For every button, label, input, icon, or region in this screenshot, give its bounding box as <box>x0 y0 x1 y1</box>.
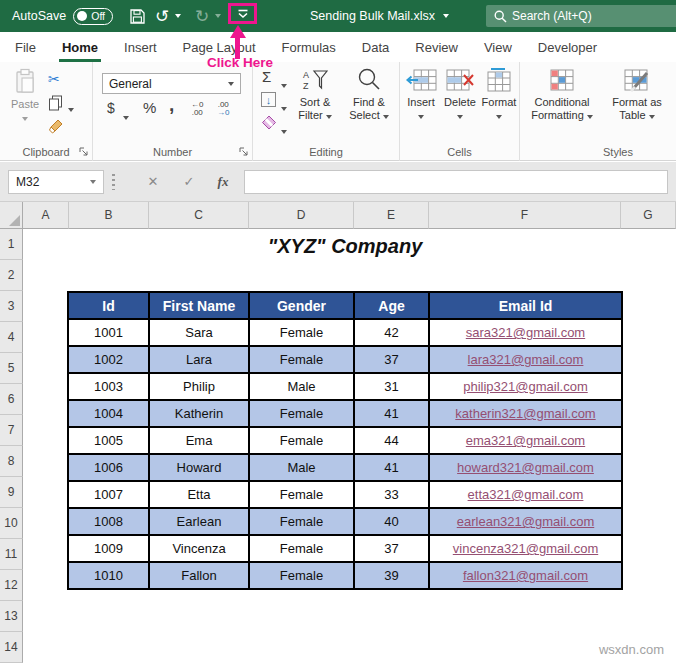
formula-input[interactable] <box>244 170 668 194</box>
column-header-f[interactable]: F <box>429 202 621 229</box>
table-cell[interactable]: Howard <box>149 454 249 481</box>
tab-insert[interactable]: Insert <box>111 32 170 62</box>
table-header-cell[interactable]: Gender <box>249 292 354 319</box>
table-cell[interactable]: Vincenza <box>149 535 249 562</box>
copy-button[interactable] <box>48 95 63 111</box>
table-cell[interactable]: lara321@gmail.com <box>429 346 622 373</box>
row-header-7[interactable]: 7 <box>0 415 23 446</box>
table-cell[interactable]: etta321@gmail.com <box>429 481 622 508</box>
email-link[interactable]: vincenza321@gmail.com <box>453 541 598 556</box>
tab-home[interactable]: Home <box>49 32 111 62</box>
conditional-formatting-button[interactable]: Conditional Formatting <box>524 68 600 122</box>
tab-developer[interactable]: Developer <box>525 32 610 62</box>
table-cell[interactable]: 1004 <box>68 400 149 427</box>
format-as-table-button[interactable]: Format as Table <box>604 68 670 122</box>
column-header-a[interactable]: A <box>23 202 69 229</box>
copy-dropdown[interactable] <box>68 101 74 114</box>
table-cell[interactable]: howard321@gmail.com <box>429 454 622 481</box>
fill-dropdown[interactable] <box>281 97 287 115</box>
table-cell[interactable]: Female <box>249 319 354 346</box>
table-cell[interactable]: 1006 <box>68 454 149 481</box>
email-link[interactable]: sara321@gmail.com <box>466 325 585 340</box>
table-cell[interactable]: 39 <box>354 562 429 589</box>
autosum-dropdown[interactable] <box>281 74 287 92</box>
redo-dropdown[interactable] <box>213 4 223 28</box>
table-cell[interactable]: Female <box>249 508 354 535</box>
table-header-cell[interactable]: Id <box>68 292 149 319</box>
table-cell[interactable]: 37 <box>354 535 429 562</box>
column-header-d[interactable]: D <box>249 202 354 229</box>
row-header-6[interactable]: 6 <box>0 384 23 415</box>
table-cell[interactable]: Female <box>249 400 354 427</box>
row-header-13[interactable]: 13 <box>0 601 23 632</box>
table-cell[interactable]: fallon321@gmail.com <box>429 562 622 589</box>
row-header-12[interactable]: 12 <box>0 570 23 601</box>
column-header-c[interactable]: C <box>149 202 249 229</box>
cut-button[interactable]: ✂ <box>48 72 60 86</box>
column-header-e[interactable]: E <box>354 202 429 229</box>
table-cell[interactable]: Female <box>249 562 354 589</box>
table-cell[interactable]: philip321@gmail.com <box>429 373 622 400</box>
table-cell[interactable]: 41 <box>354 454 429 481</box>
row-header-9[interactable]: 9 <box>0 477 23 508</box>
table-cell[interactable]: 1008 <box>68 508 149 535</box>
comma-style-button[interactable]: , <box>169 94 174 116</box>
decrease-decimal-button[interactable]: .00 →0 <box>217 101 229 117</box>
redo-button[interactable]: ↻ <box>192 4 212 28</box>
table-cell[interactable]: Female <box>249 427 354 454</box>
formula-bar-resize-handle[interactable] <box>112 174 115 190</box>
select-all-button[interactable] <box>0 202 23 229</box>
autosave-toggle[interactable]: AutoSave Off <box>12 0 113 32</box>
row-header-2[interactable]: 2 <box>0 260 23 291</box>
clear-dropdown[interactable] <box>281 120 287 138</box>
tab-file[interactable]: File <box>2 32 49 62</box>
table-cell[interactable]: 1005 <box>68 427 149 454</box>
table-cell[interactable]: 33 <box>354 481 429 508</box>
email-link[interactable]: howard321@gmail.com <box>457 460 594 475</box>
email-link[interactable]: katherin321@gmail.com <box>455 406 595 421</box>
table-cell[interactable]: 1010 <box>68 562 149 589</box>
email-link[interactable]: fallon321@gmail.com <box>463 568 588 583</box>
row-header-14[interactable]: 14 <box>0 632 23 663</box>
percent-style-button[interactable]: % <box>143 99 156 116</box>
row-header-3[interactable]: 3 <box>0 291 23 322</box>
find-select-button[interactable]: Find & Select <box>343 68 395 122</box>
table-header-cell[interactable]: Age <box>354 292 429 319</box>
row-header-8[interactable]: 8 <box>0 446 23 477</box>
email-link[interactable]: etta321@gmail.com <box>468 487 584 502</box>
undo-button[interactable]: ↺ <box>152 4 172 28</box>
table-cell[interactable]: 31 <box>354 373 429 400</box>
clipboard-dialog-launcher[interactable] <box>79 147 88 156</box>
sheet-canvas[interactable]: "XYZ" Company IdFirst NameGenderAgeEmail… <box>23 229 676 667</box>
undo-dropdown[interactable] <box>173 4 183 28</box>
email-link[interactable]: philip321@gmail.com <box>463 379 587 394</box>
table-cell[interactable]: katherin321@gmail.com <box>429 400 622 427</box>
row-header-1[interactable]: 1 <box>0 229 23 260</box>
table-header-cell[interactable]: Email Id <box>429 292 622 319</box>
table-cell[interactable]: 41 <box>354 400 429 427</box>
row-header-11[interactable]: 11 <box>0 539 23 570</box>
table-cell[interactable]: Sara <box>149 319 249 346</box>
enter-button[interactable]: ✓ <box>178 170 200 194</box>
table-cell[interactable]: Katherin <box>149 400 249 427</box>
table-header-cell[interactable]: First Name <box>149 292 249 319</box>
search-box[interactable]: Search (Alt+Q) <box>486 5 676 27</box>
table-cell[interactable]: earlean321@gmail.com <box>429 508 622 535</box>
insert-function-button[interactable]: fx <box>212 170 234 194</box>
table-cell[interactable]: Female <box>249 481 354 508</box>
number-dialog-launcher[interactable] <box>239 147 248 156</box>
format-cells-button[interactable]: Format <box>480 68 518 121</box>
table-cell[interactable]: 42 <box>354 319 429 346</box>
table-cell[interactable]: 1009 <box>68 535 149 562</box>
email-link[interactable]: ema321@gmail.com <box>466 433 585 448</box>
accounting-format-dropdown[interactable] <box>123 106 129 124</box>
tab-data[interactable]: Data <box>349 32 402 62</box>
accounting-format-button[interactable]: $ <box>107 100 115 116</box>
autosave-switch[interactable]: Off <box>73 8 113 25</box>
paste-button[interactable]: Paste <box>6 68 44 123</box>
delete-cells-button[interactable]: Delete <box>441 68 479 121</box>
increase-decimal-button[interactable]: ←0 .00 <box>191 101 203 117</box>
table-cell[interactable]: ema321@gmail.com <box>429 427 622 454</box>
name-box[interactable]: M32 <box>8 170 104 194</box>
clear-button[interactable] <box>261 115 277 130</box>
